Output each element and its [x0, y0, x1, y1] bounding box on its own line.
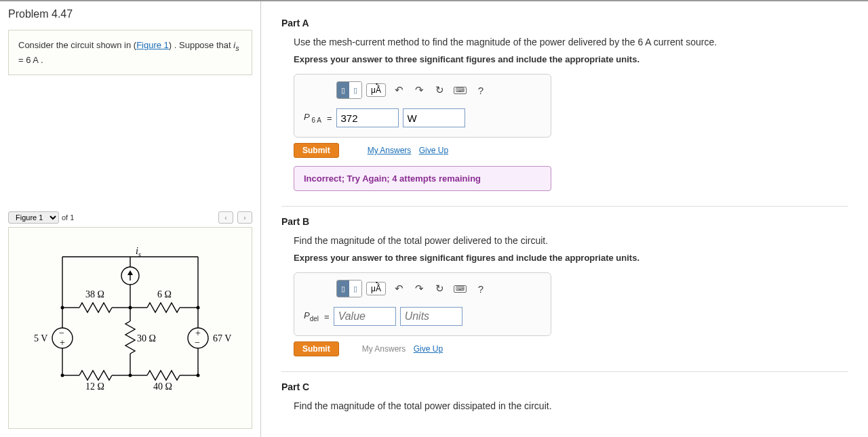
figure-selector[interactable]: Figure 1: [8, 211, 59, 224]
part-b-instruction: Express your answer to three significant…: [294, 253, 848, 263]
part-b-var-label: Pdel: [304, 310, 319, 322]
part-a-q-pre: Use the mesh-current method to find the …: [294, 37, 645, 47]
help-button-b[interactable]: ?: [471, 280, 490, 297]
part-b-submit-row: Submit My Answers Give Up: [294, 341, 848, 356]
part-a-give-up-link[interactable]: Give Up: [419, 146, 448, 155]
separator-a-b: [281, 206, 848, 207]
template-toggle-b[interactable]: ▯▯: [336, 280, 362, 297]
r40-label: 40 Ω: [153, 381, 172, 392]
template-toggle[interactable]: ▯▯: [336, 81, 362, 99]
keyboard-button-b[interactable]: ⌨: [451, 280, 470, 297]
v5-label: 5 V: [34, 333, 47, 344]
part-b-submit-button[interactable]: Submit: [294, 341, 339, 356]
prompt-text-post: ) . Suppose that: [169, 40, 233, 50]
part-b-answer-box: ▯▯ ∘μÅ ↶ ↷ ↻ ⌨ ? Pdel =: [294, 272, 551, 336]
part-a-title: Part A: [281, 18, 848, 28]
prompt-text-pre: Consider the circuit shown in (: [18, 40, 136, 50]
problem-title: Problem 4.47: [8, 8, 252, 20]
units-picker-button[interactable]: ∘μÅ: [366, 83, 386, 97]
part-b-eq: =: [324, 312, 330, 322]
part-a-var-label: P 6 A: [304, 112, 321, 124]
part-b-value-input[interactable]: [334, 307, 396, 326]
part-a-feedback: Incorrect; Try Again; 4 attempts remaini…: [294, 166, 551, 191]
v67-label: 67 V: [213, 333, 231, 344]
figure-link[interactable]: Figure 1: [136, 40, 169, 50]
keyboard-button[interactable]: ⌨: [451, 81, 470, 99]
r30-label: 30 Ω: [137, 333, 156, 344]
figure-count: of 1: [62, 213, 74, 222]
part-a-toolbar: ▯▯ ∘μÅ ↶ ↷ ↻ ⌨ ?: [294, 75, 551, 106]
reset-button-b[interactable]: ↻: [431, 280, 450, 297]
part-a-submit-button[interactable]: Submit: [294, 143, 339, 158]
v67-minus: −: [195, 337, 200, 348]
prompt-var-sub: s: [235, 44, 239, 52]
units-picker-button-b[interactable]: ∘μÅ: [366, 282, 386, 295]
help-button[interactable]: ?: [471, 81, 490, 99]
part-b-question: Find the magnitude of the total power de…: [294, 235, 848, 246]
part-a-q-unit: A: [645, 37, 651, 47]
right-panel: Part A Use the mesh-current method to fi…: [261, 1, 868, 437]
r6-label: 6 Ω: [157, 289, 172, 299]
redo-button[interactable]: ↷: [410, 81, 429, 99]
undo-button-b[interactable]: ↶: [390, 280, 409, 297]
figure-prev-button[interactable]: ‹: [218, 211, 233, 224]
is-label: is: [136, 246, 141, 258]
part-b-my-answers: My Answers: [362, 344, 406, 354]
figure-toolbar: Figure 1 of 1 ‹ ›: [8, 211, 252, 224]
r38-label: 38 Ω: [85, 289, 104, 299]
redo-button-b[interactable]: ↷: [410, 280, 429, 297]
svg-marker-3: [127, 270, 133, 275]
part-a-q-post: current source.: [651, 37, 717, 47]
part-a-instruction: Express your answer to three significant…: [294, 54, 848, 64]
left-panel: Problem 4.47 Consider the circuit shown …: [0, 1, 261, 437]
part-b-units-input[interactable]: [400, 307, 462, 326]
prompt-eq: = 6 A .: [18, 55, 43, 65]
part-a-submit-row: Submit My Answers Give Up: [294, 143, 848, 158]
part-c-question: Find the magnitude of the total power di…: [294, 400, 848, 411]
separator-b-c: [281, 371, 848, 372]
v5-minus: −: [59, 328, 64, 338]
part-a-question: Use the mesh-current method to find the …: [294, 37, 848, 47]
circuit-svg: is 38 Ω 6 Ω: [22, 243, 239, 413]
part-b-title: Part B: [281, 216, 848, 227]
part-a-eq: =: [327, 113, 332, 123]
part-a-my-answers-link[interactable]: My Answers: [368, 146, 412, 155]
part-a-value-input[interactable]: [336, 108, 399, 127]
v67-plus: +: [195, 328, 201, 338]
figure-diagram: is 38 Ω 6 Ω: [8, 227, 252, 429]
figure-next-button[interactable]: ›: [237, 211, 252, 224]
part-b-toolbar: ▯▯ ∘μÅ ↶ ↷ ↻ ⌨ ?: [294, 273, 551, 304]
part-b-give-up-link[interactable]: Give Up: [414, 344, 443, 354]
part-a-answer-box: ▯▯ ∘μÅ ↶ ↷ ↻ ⌨ ? P 6 A =: [294, 74, 551, 138]
reset-button[interactable]: ↻: [431, 81, 450, 99]
v5-plus: +: [60, 337, 65, 348]
r12-label: 12 Ω: [85, 381, 104, 392]
undo-button[interactable]: ↶: [390, 81, 409, 99]
problem-prompt: Consider the circuit shown in (Figure 1)…: [8, 30, 252, 75]
part-a-units-input[interactable]: [403, 108, 465, 127]
part-c-title: Part C: [281, 381, 848, 392]
